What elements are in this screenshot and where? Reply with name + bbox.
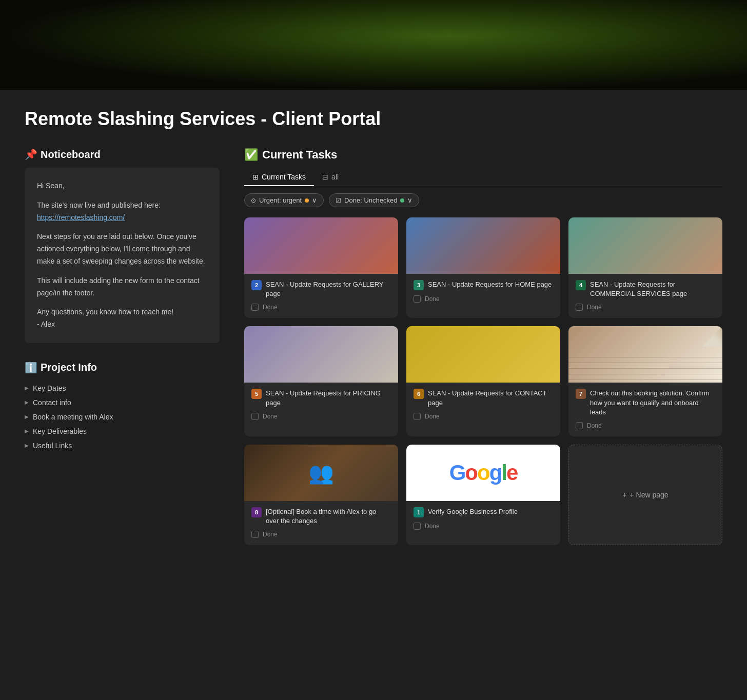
- notice-form: This will include adding the new form to…: [37, 275, 207, 299]
- done-icon: ☑: [336, 197, 341, 204]
- chevron-icon: ▶: [25, 385, 29, 391]
- tab-all-label: all: [331, 173, 339, 181]
- task-title-booking: Check out this booking solution. Confirm…: [590, 389, 715, 417]
- notice-questions: Any questions, you know how to reach me!…: [37, 306, 207, 331]
- task-card-contact[interactable]: 6 SEAN - Update Requests for CONTACT pag…: [406, 326, 560, 436]
- done-row: Done: [251, 304, 391, 311]
- tab-current-tasks[interactable]: ⊞ Current Tasks: [244, 169, 314, 186]
- task-card-pricing[interactable]: 5 SEAN - Update Requests for PRICING pag…: [244, 326, 398, 436]
- done-checkbox-home[interactable]: [414, 295, 421, 303]
- new-page-label: + New page: [630, 491, 669, 499]
- project-info-item-deliverables[interactable]: ▶ Key Deliverables: [25, 424, 220, 438]
- card-thumb-home: [406, 217, 560, 274]
- project-info-item-label: Book a meeting with Alex: [33, 413, 113, 421]
- tab-all-grid-icon: ⊟: [322, 173, 328, 181]
- project-info-title: Project Info: [41, 362, 97, 373]
- task-title-row: 6 SEAN - Update Requests for CONTACT pag…: [414, 389, 553, 407]
- urgent-dot: [305, 198, 309, 203]
- task-number-2: 2: [251, 280, 262, 290]
- done-checkbox-google[interactable]: [414, 523, 421, 530]
- done-chevron: ∨: [407, 196, 412, 204]
- project-info-list: ▶ Key Dates ▶ Contact info ▶ Book a meet…: [25, 381, 220, 453]
- task-title-gallery: SEAN - Update Requests for GALLERY page: [266, 280, 391, 298]
- left-column: 📌 Noticeboard Hi Sean, The site's now li…: [25, 148, 220, 453]
- task-card-google[interactable]: Google 1 Verify Google Business Profile …: [406, 445, 560, 545]
- card-thumb-commercial: [568, 217, 722, 274]
- task-card-optional-book[interactable]: 8 [Optional] Book a time with Alex to go…: [244, 445, 398, 545]
- card-thumb-booking: [568, 326, 722, 383]
- project-info-item-label: Key Deliverables: [33, 427, 87, 435]
- task-title-row: 4 SEAN - Update Requests for COMMERCIAL …: [576, 280, 715, 298]
- done-row: Done: [414, 295, 553, 303]
- project-info-item-useful-links[interactable]: ▶ Useful Links: [25, 438, 220, 453]
- card-body-contact: 6 SEAN - Update Requests for CONTACT pag…: [406, 383, 560, 427]
- main-container: Remote Slashing Services - Client Portal…: [0, 90, 747, 570]
- task-title-row: 3 SEAN - Update Requests for HOME page: [414, 280, 553, 290]
- done-label-booking: Done: [587, 422, 602, 429]
- noticeboard-card: Hi Sean, The site's now live and publish…: [25, 168, 220, 343]
- done-row: Done: [576, 304, 715, 311]
- project-info-item-book-meeting[interactable]: ▶ Book a meeting with Alex: [25, 410, 220, 424]
- done-label-google: Done: [425, 523, 440, 530]
- done-dot: [400, 198, 404, 203]
- done-checkbox-optional-book[interactable]: [251, 531, 259, 538]
- done-checkbox-gallery[interactable]: [251, 304, 259, 311]
- card-body-commercial: 4 SEAN - Update Requests for COMMERCIAL …: [568, 274, 722, 318]
- task-title-commercial: SEAN - Update Requests for COMMERCIAL SE…: [590, 280, 715, 298]
- task-number-7: 7: [576, 389, 586, 399]
- notice-next-steps: Next steps for you are laid out below. O…: [37, 231, 207, 267]
- task-title-pricing: SEAN - Update Requests for PRICING page: [266, 389, 391, 407]
- task-title-optional-book: [Optional] Book a time with Alex to go o…: [266, 507, 391, 526]
- filter-urgent[interactable]: ⊙ Urgent: urgent ∨: [244, 193, 324, 207]
- done-checkbox-pricing[interactable]: [251, 413, 259, 420]
- card-body-pricing: 5 SEAN - Update Requests for PRICING pag…: [244, 383, 398, 427]
- noticeboard-heading: 📌 Noticeboard: [25, 148, 220, 161]
- card-body-booking: 7 Check out this booking solution. Confi…: [568, 383, 722, 436]
- done-row: Done: [576, 422, 715, 429]
- card-body-home: 3 SEAN - Update Requests for HOME page D…: [406, 274, 560, 310]
- task-title-row: 2 SEAN - Update Requests for GALLERY pag…: [251, 280, 391, 298]
- card-body-google: 1 Verify Google Business Profile Done: [406, 501, 560, 537]
- done-label-home: Done: [425, 295, 440, 303]
- card-thumb-gallery: [244, 217, 398, 274]
- google-logo: Google: [449, 461, 518, 485]
- task-number-1: 1: [414, 507, 424, 517]
- chevron-icon: ▶: [25, 414, 29, 419]
- task-card-gallery[interactable]: 2 SEAN - Update Requests for GALLERY pag…: [244, 217, 398, 318]
- new-page-button[interactable]: + + New page: [568, 445, 722, 545]
- task-number-3: 3: [414, 280, 424, 290]
- task-card-booking[interactable]: 7 Check out this booking solution. Confi…: [568, 326, 722, 436]
- done-row: Done: [414, 523, 553, 530]
- task-card-commercial[interactable]: 4 SEAN - Update Requests for COMMERCIAL …: [568, 217, 722, 318]
- notice-greeting: Hi Sean,: [37, 180, 207, 192]
- urgent-chevron: ∨: [312, 196, 317, 204]
- task-card-home[interactable]: 3 SEAN - Update Requests for HOME page D…: [406, 217, 560, 318]
- done-label-pricing: Done: [263, 413, 278, 420]
- task-title-row: 7 Check out this booking solution. Confi…: [576, 389, 715, 417]
- project-info-heading: ℹ️ Project Info: [25, 362, 220, 374]
- tasks-emoji: ✅: [244, 148, 258, 162]
- tasks-title: Current Tasks: [262, 148, 337, 162]
- card-thumb-pricing: [244, 326, 398, 383]
- site-link[interactable]: https://remoteslashing.com/: [37, 213, 125, 222]
- done-label-commercial: Done: [587, 304, 602, 311]
- two-column-layout: 📌 Noticeboard Hi Sean, The site's now li…: [25, 148, 722, 545]
- done-checkbox-commercial[interactable]: [576, 304, 583, 311]
- task-number-6: 6: [414, 389, 424, 399]
- filter-done-label: Done: Unchecked: [344, 196, 397, 204]
- card-body-optional-book: 8 [Optional] Book a time with Alex to go…: [244, 501, 398, 545]
- done-checkbox-contact[interactable]: [414, 413, 421, 420]
- project-info-item-contact-info[interactable]: ▶ Contact info: [25, 395, 220, 410]
- urgent-icon: ⊙: [251, 197, 256, 204]
- tab-grid-icon: ⊞: [252, 173, 259, 181]
- done-checkbox-booking[interactable]: [576, 422, 583, 429]
- tab-all[interactable]: ⊟ all: [314, 169, 347, 186]
- page-title: Remote Slashing Services - Client Portal: [25, 108, 722, 130]
- task-number-4: 4: [576, 280, 586, 290]
- tasks-tabs: ⊞ Current Tasks ⊟ all: [244, 169, 722, 186]
- task-title-row: 8 [Optional] Book a time with Alex to go…: [251, 507, 391, 526]
- filter-done[interactable]: ☑ Done: Unchecked ∨: [329, 193, 419, 207]
- project-info-item-key-dates[interactable]: ▶ Key Dates: [25, 381, 220, 395]
- done-label-gallery: Done: [263, 304, 278, 311]
- done-row: Done: [414, 413, 553, 420]
